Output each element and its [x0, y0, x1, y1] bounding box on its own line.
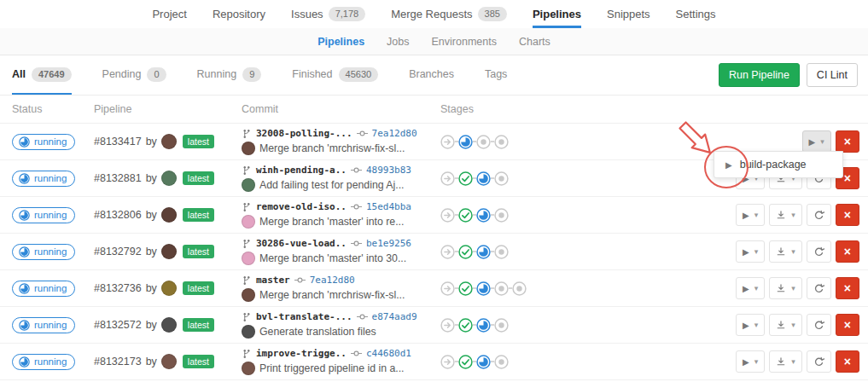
- retry-button[interactable]: [807, 240, 831, 263]
- stage-running-icon[interactable]: [476, 245, 491, 259]
- sub-nav-item-charts[interactable]: Charts: [519, 36, 551, 48]
- cancel-pipeline-button[interactable]: ×: [836, 314, 859, 336]
- stage-skipped-icon[interactable]: [440, 245, 455, 259]
- stage-passed-icon[interactable]: [458, 171, 473, 186]
- top-nav-item-settings[interactable]: Settings: [676, 0, 716, 28]
- user-avatar[interactable]: [161, 317, 177, 333]
- user-avatar[interactable]: [161, 281, 177, 296]
- top-nav-item-project[interactable]: Project: [152, 0, 186, 28]
- pipeline-status-badge[interactable]: running: [12, 134, 75, 150]
- branch-name-link[interactable]: bvl-translate-...: [256, 310, 352, 325]
- stage-running-icon[interactable]: [476, 208, 491, 223]
- stage-skipped-icon[interactable]: [440, 135, 455, 149]
- branch-name-link[interactable]: master: [256, 274, 290, 288]
- stage-skipped-icon[interactable]: [440, 355, 455, 369]
- play-dropdown-button[interactable]: ▶▾: [736, 350, 765, 373]
- tab-running[interactable]: Running9: [197, 55, 262, 95]
- commit-message-link[interactable]: Merge branch 'master' into re...: [259, 214, 404, 229]
- cancel-pipeline-button[interactable]: ×: [836, 130, 859, 153]
- commit-message-link[interactable]: Add failing test for pending Aj...: [259, 177, 405, 193]
- commit-sha-link[interactable]: be1e9256: [366, 237, 411, 252]
- artifacts-dropdown-button[interactable]: ▾: [769, 314, 802, 336]
- artifacts-dropdown-button[interactable]: ▾: [769, 350, 802, 373]
- stage-skipped-icon[interactable]: [440, 318, 455, 333]
- stage-passed-icon[interactable]: [458, 355, 473, 369]
- user-avatar[interactable]: [161, 354, 177, 369]
- top-nav-item-snippets[interactable]: Snippets: [607, 0, 650, 28]
- stage-skipped-icon[interactable]: [440, 171, 455, 186]
- play-dropdown-button[interactable]: ▶▾: [802, 130, 831, 153]
- stage-running-icon[interactable]: [458, 135, 473, 149]
- commit-message-link[interactable]: Merge branch 'master' into 30...: [259, 251, 406, 266]
- stage-passed-icon[interactable]: [458, 281, 473, 296]
- user-avatar[interactable]: [161, 207, 177, 223]
- play-dropdown-button[interactable]: ▶▾: [736, 240, 765, 263]
- commit-message-link[interactable]: Generate translation files: [259, 324, 376, 339]
- pipeline-id-link[interactable]: #8132806: [94, 209, 142, 221]
- stage-created-icon[interactable]: [494, 245, 509, 259]
- stage-created-icon[interactable]: [494, 208, 509, 223]
- cancel-pipeline-button[interactable]: ×: [836, 350, 859, 373]
- stage-running-icon[interactable]: [476, 281, 491, 296]
- cancel-pipeline-button[interactable]: ×: [836, 277, 859, 299]
- stage-passed-icon[interactable]: [458, 208, 473, 223]
- branch-name-link[interactable]: 32008-polling-...: [256, 127, 352, 142]
- commit-sha-link[interactable]: 48993b83: [366, 164, 411, 178]
- artifacts-dropdown-button[interactable]: ▾: [769, 204, 802, 226]
- commit-sha-link[interactable]: 7ea12d80: [310, 274, 355, 288]
- commit-message-link[interactable]: Merge branch 'mrchrisw-fix-sl...: [259, 141, 405, 156]
- cancel-pipeline-button[interactable]: ×: [836, 240, 859, 263]
- pipeline-id-link[interactable]: #8132881: [94, 172, 142, 184]
- tab-pending[interactable]: Pending0: [102, 55, 166, 95]
- commit-sha-link[interactable]: c44680d1: [366, 347, 411, 362]
- top-nav-item-repository[interactable]: Repository: [213, 0, 265, 28]
- artifacts-dropdown-button[interactable]: ▾: [769, 277, 802, 299]
- commit-sha-link[interactable]: 15ed4bba: [366, 200, 411, 215]
- play-dropdown-button[interactable]: ▶▾: [736, 277, 765, 299]
- pipeline-status-badge[interactable]: running: [12, 317, 75, 333]
- play-dropdown-button[interactable]: ▶▾: [736, 314, 765, 336]
- pipeline-status-badge[interactable]: running: [12, 354, 75, 370]
- commit-sha-link[interactable]: e874aad9: [372, 310, 417, 325]
- user-avatar[interactable]: [161, 134, 177, 149]
- stage-running-icon[interactable]: [476, 171, 491, 186]
- stage-running-icon[interactable]: [476, 355, 491, 369]
- play-dropdown-button[interactable]: ▶▾: [736, 204, 765, 226]
- ci-lint-button[interactable]: CI Lint: [807, 63, 858, 87]
- sub-nav-item-jobs[interactable]: Jobs: [387, 36, 409, 48]
- cancel-pipeline-button[interactable]: ×: [836, 204, 859, 226]
- stage-passed-icon[interactable]: [458, 318, 473, 333]
- branch-name-link[interactable]: 30286-vue-load..: [256, 237, 347, 252]
- pipeline-status-badge[interactable]: running: [12, 281, 75, 297]
- pipeline-id-link[interactable]: #8132792: [94, 246, 142, 258]
- stage-passed-icon[interactable]: [458, 245, 473, 259]
- sub-nav-item-pipelines[interactable]: Pipelines: [317, 36, 364, 48]
- stage-created-icon[interactable]: [494, 171, 509, 186]
- stage-created-icon[interactable]: [494, 281, 509, 296]
- tab-branches[interactable]: Branches: [409, 55, 454, 95]
- stage-created-icon[interactable]: [512, 281, 527, 296]
- pipeline-id-link[interactable]: #8132173: [94, 356, 142, 368]
- retry-button[interactable]: [807, 314, 831, 336]
- pipeline-status-badge[interactable]: running: [12, 244, 75, 260]
- branch-name-link[interactable]: remove-old-iso..: [256, 200, 347, 215]
- pipeline-id-link[interactable]: #8133417: [94, 136, 142, 148]
- stage-skipped-icon[interactable]: [440, 281, 455, 296]
- retry-button[interactable]: [807, 350, 831, 373]
- stage-created-icon[interactable]: [494, 135, 509, 149]
- stage-created-icon[interactable]: [476, 135, 491, 149]
- retry-button[interactable]: [807, 277, 831, 299]
- artifacts-dropdown-button[interactable]: ▾: [769, 240, 802, 263]
- user-avatar[interactable]: [161, 244, 177, 259]
- top-nav-item-issues[interactable]: Issues7,178: [291, 0, 365, 28]
- tab-tags[interactable]: Tags: [485, 55, 507, 95]
- dropdown-item-build-package[interactable]: ▶build-package: [714, 156, 842, 173]
- stage-created-icon[interactable]: [494, 355, 509, 369]
- top-nav-item-merge-requests[interactable]: Merge Requests385: [391, 0, 507, 28]
- commit-sha-link[interactable]: 7ea12d80: [372, 127, 417, 142]
- pipeline-status-badge[interactable]: running: [12, 207, 75, 223]
- tab-all[interactable]: All47649: [12, 55, 72, 95]
- stage-created-icon[interactable]: [494, 318, 509, 333]
- retry-button[interactable]: [807, 204, 831, 226]
- run-pipeline-button[interactable]: Run Pipeline: [719, 63, 800, 87]
